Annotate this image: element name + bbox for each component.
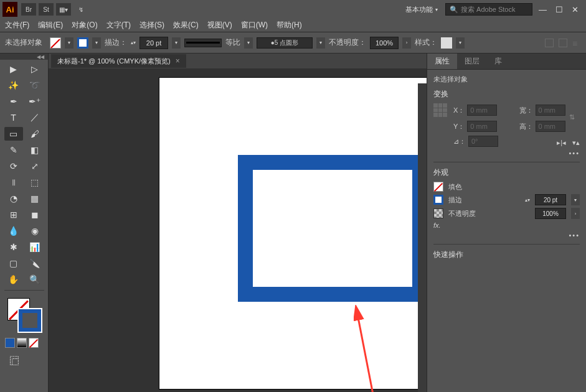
menu-edit[interactable]: 编辑(E) xyxy=(38,20,63,30)
stroke-label: 描边： xyxy=(105,37,127,48)
fill-dd[interactable]: ▾ xyxy=(65,37,73,49)
panel-stroke-swatch[interactable] xyxy=(433,195,443,205)
menu-help[interactable]: 帮助(H) xyxy=(276,20,302,30)
canvas[interactable] xyxy=(49,68,427,392)
stroke-weight-field[interactable]: 20 pt xyxy=(139,37,168,49)
rectangle-tool[interactable]: ▭ xyxy=(4,127,23,141)
stroke-swatch[interactable] xyxy=(77,37,88,49)
direct-selection-tool[interactable]: ▷ xyxy=(26,62,44,76)
menu-view[interactable]: 视图(V) xyxy=(207,20,232,30)
more-transform[interactable]: ••• xyxy=(433,149,580,157)
slice-tool[interactable]: 🔪 xyxy=(26,256,44,270)
fill-swatch[interactable] xyxy=(50,37,61,49)
w-field[interactable]: 0 mm xyxy=(536,105,565,116)
shaper-tool[interactable]: ✎ xyxy=(4,143,23,157)
minimize-button[interactable]: — xyxy=(539,5,547,14)
menu-effect[interactable]: 效果(C) xyxy=(173,20,199,30)
selection-tool[interactable]: ▶ xyxy=(4,62,23,76)
x-field[interactable]: 0 mm xyxy=(467,105,497,116)
tab-layers[interactable]: 图层 xyxy=(457,54,487,69)
brush-tool[interactable]: 🖌 xyxy=(26,127,44,141)
panel-fill-swatch[interactable] xyxy=(433,182,443,192)
gradient-mode[interactable] xyxy=(17,338,27,348)
stock-button[interactable]: St xyxy=(39,3,54,16)
eraser-tool[interactable]: ◧ xyxy=(26,143,44,157)
fill-stroke-indicator[interactable] xyxy=(0,294,48,335)
mesh-tool[interactable]: ⊞ xyxy=(4,208,23,222)
vertical-scrollbar[interactable] xyxy=(418,83,427,392)
selection-status: 未选择对象 xyxy=(5,37,42,48)
free-transform-tool[interactable]: ⬚ xyxy=(26,175,44,189)
graph-tool[interactable]: 📊 xyxy=(26,240,44,254)
style-swatch[interactable] xyxy=(441,37,452,49)
rotation-field[interactable]: 0° xyxy=(468,136,498,147)
document-area: 未标题-1* @ 100% (CMYK/像素预览) × xyxy=(49,54,427,392)
link-wh-icon[interactable]: ⇅ xyxy=(569,113,575,121)
curvature-tool[interactable]: ✒⁺ xyxy=(26,95,44,108)
zoom-tool[interactable]: 🔍 xyxy=(26,273,44,286)
search-input[interactable]: 🔍 搜索 Adobe Stock xyxy=(445,3,532,16)
document-tab[interactable]: 未标题-1* @ 100% (CMYK/像素预览) × xyxy=(51,54,186,68)
toolbar-collapse[interactable]: ◀◀ xyxy=(0,54,48,60)
panel-stroke-weight[interactable]: 20 pt xyxy=(535,194,566,205)
opacity-label: 不透明度： xyxy=(329,37,366,48)
line-tool[interactable]: ／ xyxy=(26,111,44,124)
h-field[interactable]: 0 mm xyxy=(536,121,565,132)
svg-line-0 xyxy=(357,311,379,392)
screen-mode[interactable]: ⿸ xyxy=(5,354,24,368)
workspace-switcher[interactable]: 基本功能▾ xyxy=(405,5,438,14)
gpu-button[interactable]: ↯ xyxy=(73,3,88,16)
maximize-button[interactable]: ☐ xyxy=(555,5,563,14)
menu-select[interactable]: 选择(S) xyxy=(139,20,164,30)
gradient-tool[interactable]: ◼ xyxy=(26,208,44,222)
title-bar: Ai Br St ▦▾ ↯ 基本功能▾ 🔍 搜索 Adobe Stock — ☐… xyxy=(0,0,586,19)
flip-h-icon[interactable]: ▸|◂ xyxy=(557,139,566,147)
stroke-profile[interactable] xyxy=(184,39,222,47)
blend-tool[interactable]: ◉ xyxy=(26,224,44,238)
app-icon: Ai xyxy=(2,2,17,17)
arrange-docs-button[interactable]: ▦▾ xyxy=(56,3,71,16)
lasso-tool[interactable]: ➰ xyxy=(26,78,44,92)
options-bar: 未选择对象 ▾ ▾ 描边： ▴▾ 20 pt▾ 等比▾ ● 5 点圆形▾ 不透明… xyxy=(0,32,586,54)
magic-wand-tool[interactable]: ✨ xyxy=(4,78,23,92)
tab-properties[interactable]: 属性 xyxy=(427,54,457,69)
anchor-widget[interactable] xyxy=(433,103,447,117)
annotation-arrow xyxy=(354,305,404,392)
menu-file[interactable]: 文件(F) xyxy=(5,20,29,30)
artboard-tool[interactable]: ▢ xyxy=(4,256,23,270)
y-field[interactable]: 0 mm xyxy=(467,121,497,132)
brush-field[interactable]: ● 5 点圆形 xyxy=(257,37,313,49)
shape-builder-tool[interactable]: ◔ xyxy=(4,192,23,205)
rectangle-shape[interactable] xyxy=(238,155,427,302)
more-appearance[interactable]: ••• xyxy=(433,231,580,239)
pen-tool[interactable]: ✒ xyxy=(4,95,23,108)
type-tool[interactable]: T xyxy=(4,111,23,124)
scale-tool[interactable]: ⤢ xyxy=(26,159,44,173)
perspective-tool[interactable]: ▦ xyxy=(26,192,44,205)
bridge-button[interactable]: Br xyxy=(21,3,36,16)
none-mode[interactable] xyxy=(29,338,39,348)
flip-v-icon[interactable]: ▾▴ xyxy=(572,139,580,147)
menu-type[interactable]: 文字(T) xyxy=(106,20,131,30)
width-tool[interactable]: ⫴ xyxy=(4,175,23,189)
close-button[interactable]: ✕ xyxy=(572,5,579,14)
menu-bar: 文件(F) 编辑(E) 对象(O) 文字(T) 选择(S) 效果(C) 视图(V… xyxy=(0,19,586,32)
rotate-tool[interactable]: ⟳ xyxy=(4,159,23,173)
fx-button[interactable]: fx. xyxy=(433,222,441,229)
eyedropper-tool[interactable]: 💧 xyxy=(4,224,23,238)
transform-heading: 变换 xyxy=(433,89,580,100)
symbol-sprayer-tool[interactable]: ✱ xyxy=(4,240,23,254)
menu-window[interactable]: 窗口(W) xyxy=(241,20,268,30)
hand-tool[interactable]: ✋ xyxy=(4,273,23,286)
stroke-dd[interactable]: ▾ xyxy=(92,37,101,49)
align-buttons[interactable]: ≡ xyxy=(545,39,581,47)
toolbar: ◀◀ ▶ ▷ ✨ ➰ ✒ ✒⁺ T ／ ▭ 🖌 ✎ ◧ ⟳ ⤢ ⫴ ⬚ ◔ ▦ … xyxy=(0,54,49,392)
opacity-field[interactable]: 100% xyxy=(370,37,399,49)
menu-object[interactable]: 对象(O) xyxy=(72,20,97,30)
style-label: 样式： xyxy=(415,37,437,48)
panel-opacity-field[interactable]: 100% xyxy=(535,208,566,219)
tab-libraries[interactable]: 库 xyxy=(487,54,509,69)
close-tab-icon[interactable]: × xyxy=(176,57,180,65)
panel-opacity-swatch[interactable] xyxy=(433,208,443,218)
color-mode[interactable] xyxy=(5,338,15,348)
